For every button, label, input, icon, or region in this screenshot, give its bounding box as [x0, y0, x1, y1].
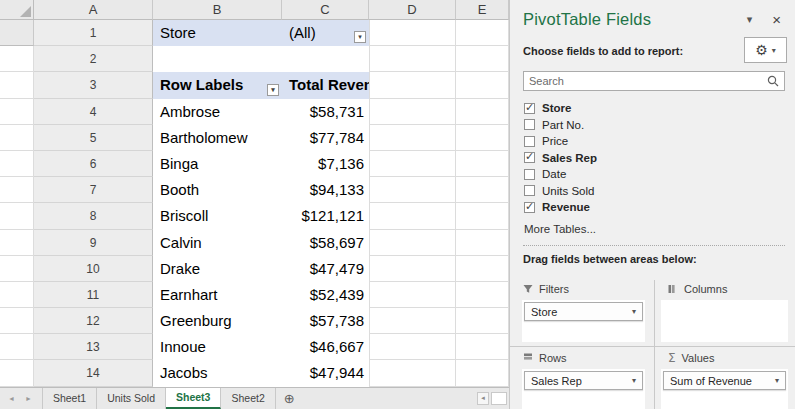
column-header-a[interactable]: A [34, 0, 153, 20]
row-header-5[interactable]: 5 [34, 125, 153, 151]
field-chip-sum-of-revenue[interactable]: Sum of Revenue▾ [663, 371, 786, 390]
chip-dropdown-icon[interactable]: ▾ [632, 307, 636, 316]
cell-e10[interactable] [0, 282, 34, 308]
cell-c8[interactable] [369, 203, 456, 229]
cell-e4[interactable] [0, 125, 34, 151]
cell-d2[interactable] [456, 46, 509, 72]
field-checkbox[interactable] [524, 119, 535, 130]
field-checkbox[interactable] [524, 136, 535, 147]
cell-d10[interactable] [456, 256, 509, 282]
tab-scroll-right-icon[interactable]: ► [25, 395, 32, 402]
cell-b1[interactable]: (All)▾ [282, 20, 369, 46]
cell-a9[interactable]: Calvin [153, 230, 282, 256]
cell-d8[interactable] [456, 203, 509, 229]
cell-b2[interactable] [282, 46, 369, 72]
cell-c12[interactable] [369, 308, 456, 334]
cell-b8[interactable]: $121,121 [282, 203, 369, 229]
cell-c2[interactable] [369, 46, 456, 72]
cell-d3[interactable] [456, 72, 509, 98]
cell-b7[interactable]: $94,133 [282, 177, 369, 203]
field-checkbox[interactable] [524, 185, 535, 196]
scroll-left-icon[interactable]: ◄ [477, 392, 489, 405]
field-checkbox[interactable] [524, 202, 535, 213]
cell-e9[interactable] [0, 256, 34, 282]
cell-b3[interactable]: Total Revenue [282, 72, 369, 98]
cell-a10[interactable]: Drake [153, 256, 282, 282]
cell-b6[interactable]: $7,136 [282, 151, 369, 177]
cell-a12[interactable]: Greenburg [153, 308, 282, 334]
column-header-c[interactable]: C [282, 0, 369, 20]
row-labels-filter-dropdown-icon[interactable]: ▾ [267, 84, 279, 96]
tools-button[interactable]: ⚙ ▾ [744, 37, 787, 63]
cell-d1[interactable] [456, 20, 509, 46]
field-chip-store[interactable]: Store▾ [524, 302, 643, 321]
sheet-tab-sheet2[interactable]: Sheet2 [221, 388, 275, 409]
values-dropzone[interactable]: Sum of Revenue▾ [661, 369, 788, 409]
field-chip-sales-rep[interactable]: Sales Rep▾ [524, 371, 643, 390]
cell-c1[interactable] [369, 20, 456, 46]
field-item-units-sold[interactable]: Units Sold [524, 183, 785, 200]
cell-b4[interactable]: $58,731 [282, 99, 369, 125]
row-header-9[interactable]: 9 [34, 230, 153, 256]
cell-e11[interactable] [0, 308, 34, 334]
cell-a14[interactable]: Jacobs [153, 360, 282, 386]
cell-d14[interactable] [456, 360, 509, 386]
cell-c14[interactable] [369, 360, 456, 386]
cell-b10[interactable]: $47,479 [282, 256, 369, 282]
cell-e6[interactable] [0, 177, 34, 203]
cell-d4[interactable] [456, 99, 509, 125]
cell-c7[interactable] [369, 177, 456, 203]
field-item-store[interactable]: Store [524, 100, 785, 117]
field-checkbox[interactable] [524, 152, 535, 163]
search-icon[interactable] [762, 75, 784, 87]
pane-options-caret-icon[interactable]: ▾ [741, 13, 759, 26]
cell-d5[interactable] [456, 125, 509, 151]
cell-d6[interactable] [456, 151, 509, 177]
cell-a1[interactable]: Store [153, 20, 282, 46]
row-header-10[interactable]: 10 [34, 256, 153, 282]
cell-d7[interactable] [456, 177, 509, 203]
cell-e3[interactable] [0, 99, 34, 125]
cell-a7[interactable]: Booth [153, 177, 282, 203]
cell-c10[interactable] [369, 256, 456, 282]
cell-a4[interactable]: Ambrose [153, 99, 282, 125]
cell-b5[interactable]: $77,784 [282, 125, 369, 151]
row-header-1[interactable]: 1 [34, 20, 153, 46]
cell-b14[interactable]: $47,944 [282, 360, 369, 386]
row-header-12[interactable]: 12 [34, 308, 153, 334]
chip-dropdown-icon[interactable]: ▾ [632, 376, 636, 385]
field-item-sales-rep[interactable]: Sales Rep [524, 150, 785, 167]
cell-c5[interactable] [369, 125, 456, 151]
sheet-tab-sheet1[interactable]: Sheet1 [42, 388, 97, 409]
columns-dropzone[interactable] [661, 300, 788, 342]
search-input[interactable] [524, 72, 762, 90]
cell-c3[interactable] [369, 72, 456, 98]
cell-c11[interactable] [369, 282, 456, 308]
column-header-d[interactable]: D [369, 0, 456, 20]
cell-b12[interactable]: $57,738 [282, 308, 369, 334]
row-header-14[interactable]: 14 [34, 360, 153, 386]
cell-e12[interactable] [0, 334, 34, 360]
field-item-price[interactable]: Price [524, 133, 785, 150]
row-header-2[interactable]: 2 [34, 46, 153, 72]
scrollbar-thumb[interactable] [491, 392, 507, 405]
field-checkbox[interactable] [524, 169, 535, 180]
cell-d11[interactable] [456, 282, 509, 308]
filters-dropzone[interactable]: Store▾ [522, 300, 645, 342]
cell-c6[interactable] [369, 151, 456, 177]
more-tables-link[interactable]: More Tables... [510, 216, 795, 235]
cell-a8[interactable]: Briscoll [153, 203, 282, 229]
row-header-8[interactable]: 8 [34, 203, 153, 229]
sheet-tab-sheet3[interactable]: Sheet3 [166, 388, 221, 409]
cell-d12[interactable] [456, 308, 509, 334]
row-header-6[interactable]: 6 [34, 151, 153, 177]
cell-b11[interactable]: $52,439 [282, 282, 369, 308]
cell-e2[interactable] [0, 72, 34, 98]
pane-close-icon[interactable]: × [758, 11, 781, 28]
cell-a2[interactable] [153, 46, 282, 72]
new-sheet-button[interactable]: ⊕ [284, 392, 295, 405]
tab-scroll-left-icon[interactable]: ◄ [8, 395, 15, 402]
cell-c13[interactable] [369, 334, 456, 360]
chip-dropdown-icon[interactable]: ▾ [775, 376, 779, 385]
cell-e5[interactable] [0, 151, 34, 177]
